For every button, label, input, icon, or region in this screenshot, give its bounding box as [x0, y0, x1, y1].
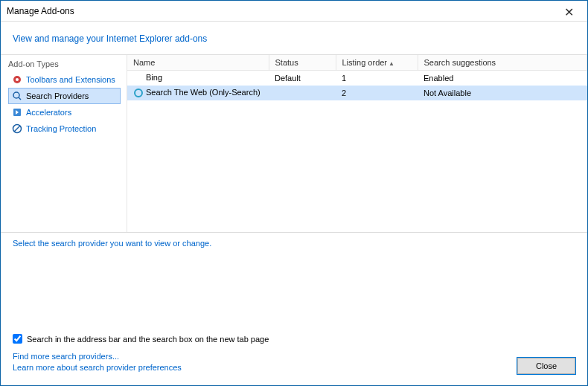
sidebar-item-toolbars[interactable]: Toolbars and Extensions	[8, 71, 121, 88]
sidebar-item-label: Tracking Protection	[26, 124, 96, 133]
sidebar-item-tracking[interactable]: Tracking Protection	[8, 120, 121, 137]
address-bar-checkbox-row[interactable]: Search in the address bar and the search…	[13, 334, 269, 344]
info-prompt: Select the search provider you want to v…	[13, 239, 575, 248]
cell-status: Default	[269, 71, 336, 86]
bing-icon	[133, 73, 144, 83]
cell-suggestions: Enabled	[418, 71, 587, 86]
footer-right: Close	[517, 358, 575, 374]
col-name[interactable]: Name	[127, 55, 269, 71]
manage-addons-link[interactable]: View and manage your Internet Explorer a…	[13, 33, 207, 44]
titlebar: Manage Add-ons ✕	[1, 1, 587, 22]
cell-suggestions: Not Available	[418, 86, 587, 100]
col-order-label: Listing order	[342, 58, 388, 67]
col-name-label: Name	[133, 58, 155, 67]
provider-name: Bing	[146, 73, 162, 82]
tracking-icon	[12, 123, 22, 134]
svg-line-6	[14, 126, 20, 132]
sidebar-item-label: Search Providers	[26, 91, 89, 100]
col-status[interactable]: Status	[269, 55, 336, 71]
learn-more-link[interactable]: Learn more about search provider prefere…	[13, 362, 269, 373]
col-order[interactable]: Listing order▲	[336, 55, 418, 71]
accelerator-icon	[12, 107, 22, 118]
col-suggestions-label: Search suggestions	[424, 58, 496, 67]
col-suggestions[interactable]: Search suggestions	[418, 55, 587, 71]
provider-name: Search The Web (Only-Search)	[146, 88, 261, 97]
extensions-icon	[12, 74, 22, 85]
providers-table: Name Status Listing order▲ Search sugges…	[127, 55, 587, 100]
svg-point-7	[135, 89, 142, 97]
sort-asc-icon: ▲	[389, 60, 394, 67]
close-button[interactable]: Close	[517, 358, 575, 374]
svg-line-3	[19, 97, 21, 100]
content-pane: Name Status Listing order▲ Search sugges…	[127, 55, 587, 232]
col-status-label: Status	[275, 58, 298, 67]
sidebar-list: Toolbars and Extensions Search Providers…	[8, 71, 121, 137]
ring-icon	[133, 88, 144, 98]
cell-order: 2	[336, 86, 418, 100]
cell-order: 1	[336, 71, 418, 86]
sidebar-item-search-providers[interactable]: Search Providers	[8, 88, 121, 104]
close-icon[interactable]: ✕	[558, 4, 580, 21]
checkbox-label: Search in the address bar and the search…	[27, 335, 269, 344]
svg-point-2	[13, 92, 19, 98]
find-providers-link[interactable]: Find more search providers...	[13, 351, 269, 362]
search-icon	[12, 91, 22, 101]
svg-point-1	[16, 78, 19, 81]
address-bar-checkbox[interactable]	[13, 334, 22, 344]
sidebar-item-label: Toolbars and Extensions	[26, 75, 115, 84]
cell-name: Bing	[127, 71, 269, 86]
main-area: Add-on Types Toolbars and Extensions Sea…	[1, 54, 587, 233]
table-row[interactable]: Search The Web (Only-Search) 2 Not Avail…	[127, 86, 587, 100]
footer: Search in the address bar and the search…	[1, 329, 587, 382]
footer-left: Search in the address bar and the search…	[13, 334, 269, 374]
sidebar-item-label: Accelerators	[26, 108, 71, 117]
info-area: Select the search provider you want to v…	[1, 233, 587, 329]
sidebar: Add-on Types Toolbars and Extensions Sea…	[1, 55, 127, 232]
window-title: Manage Add-ons	[7, 6, 74, 16]
subheader: View and manage your Internet Explorer a…	[1, 22, 587, 54]
cell-status	[269, 86, 336, 100]
sidebar-item-accelerators[interactable]: Accelerators	[8, 104, 121, 120]
table-row[interactable]: Bing Default 1 Enabled	[127, 71, 587, 86]
sidebar-heading: Add-on Types	[8, 59, 121, 68]
cell-name: Search The Web (Only-Search)	[127, 86, 269, 100]
